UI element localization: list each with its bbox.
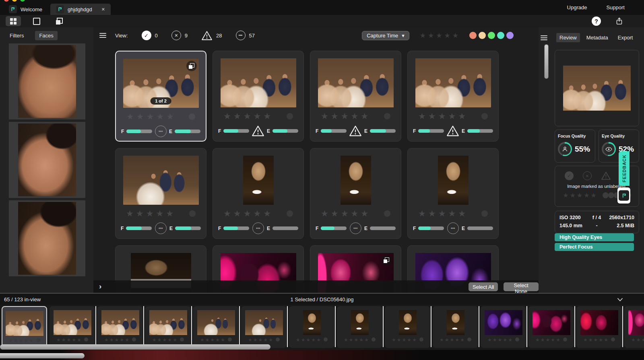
filmstrip-item[interactable]: ★★★★★ — [145, 306, 191, 348]
color-label-dot[interactable] — [132, 337, 136, 341]
filmstrip-item[interactable]: ★★★★★ — [50, 306, 95, 348]
color-label-dot[interactable] — [467, 337, 471, 341]
color-label-dot[interactable] — [481, 113, 488, 119]
star-filter[interactable]: ★★★★★ — [420, 31, 460, 40]
color-label-dot[interactable] — [563, 337, 567, 341]
color-label-dot[interactable] — [611, 337, 615, 341]
minimize-window-icon[interactable] — [12, 0, 17, 2]
star-rating[interactable]: ★★★★★ — [535, 337, 561, 343]
photo-card[interactable]: 1 of 2★★★★★F•••E — [115, 51, 206, 142]
filmstrip-item[interactable]: ★★★★★ — [193, 306, 239, 348]
filmstrip-item[interactable]: ★★★★★ — [576, 306, 622, 348]
color-label-dot[interactable] — [189, 113, 195, 120]
star-rating[interactable]: ★★★★★ — [248, 337, 274, 343]
support-link[interactable]: Support — [606, 4, 625, 10]
color-label-dot[interactable] — [189, 210, 196, 217]
vertical-scrollbar[interactable] — [544, 44, 549, 79]
color-label-dot[interactable] — [608, 192, 614, 198]
color-label-dot[interactable] — [324, 337, 328, 341]
color-label-dot[interactable] — [287, 210, 293, 217]
color-label-dot[interactable] — [488, 32, 495, 39]
close-tab-icon[interactable]: ✕ — [101, 7, 105, 12]
filmstrip-item[interactable]: ★★★★★ — [433, 306, 478, 348]
star-rating[interactable]: ★★★★★ — [418, 209, 468, 218]
star-rating[interactable]: ★★★★★ — [296, 337, 322, 343]
photo-image[interactable] — [438, 156, 469, 205]
tab-export[interactable]: Export — [615, 33, 636, 42]
feedback-logo-chip[interactable] — [617, 187, 630, 204]
photo-card[interactable]: ★★★★★F•••E — [310, 148, 401, 239]
photo-image[interactable] — [318, 58, 394, 107]
filmstrip-item[interactable]: ★★★★★ — [528, 306, 574, 348]
photo-image[interactable] — [243, 156, 274, 205]
star-rating[interactable]: ★★★★★ — [583, 337, 609, 343]
star-rating[interactable]: ★★★★★ — [104, 337, 130, 343]
color-label-dot[interactable] — [384, 210, 390, 217]
color-label-dot[interactable] — [419, 337, 423, 341]
filter-rejected[interactable]: ✕ 9 — [171, 31, 188, 40]
color-label-dot[interactable] — [228, 337, 232, 341]
filmstrip-item[interactable]: ★★★★★ — [481, 306, 526, 348]
star-rating[interactable]: ★★★★★ — [223, 111, 273, 121]
color-label-dot[interactable] — [372, 337, 376, 341]
tab-project[interactable]: ghjdghdgd ✕ — [50, 4, 111, 15]
color-label-dot[interactable] — [506, 32, 514, 39]
photo-card[interactable]: ★★★★★FE — [213, 51, 304, 142]
star-rating[interactable]: ★★★★★ — [631, 337, 644, 343]
zoom-window-icon[interactable] — [20, 0, 25, 2]
color-label-dot[interactable] — [287, 113, 293, 119]
more-options-icon[interactable]: ••• — [252, 222, 264, 234]
photo-image[interactable]: 1 of 2 — [123, 59, 199, 108]
photo-card[interactable]: ★★★★★FE — [407, 51, 499, 142]
preview-image[interactable] — [563, 66, 631, 111]
grid-view-button[interactable] — [6, 16, 21, 26]
photo-card[interactable]: ★★★★★F•••E — [115, 148, 206, 239]
color-label-dot[interactable] — [180, 337, 184, 341]
star-rating[interactable]: ★★★★★ — [200, 337, 226, 343]
photo-card[interactable]: ★★★★★F•••E — [407, 148, 499, 239]
star-rating[interactable]: ★★★★★ — [152, 337, 178, 343]
horizontal-scrollbar[interactable] — [0, 344, 270, 350]
chevron-right-icon[interactable]: › — [99, 282, 101, 291]
more-options-icon[interactable]: ••• — [350, 222, 361, 234]
select-none-button[interactable]: Select None — [504, 282, 539, 291]
star-rating[interactable]: ★★★★★ — [392, 337, 417, 343]
close-window-icon[interactable] — [4, 0, 9, 2]
tab-metadata[interactable]: Metadata — [583, 33, 611, 42]
filmstrip-item[interactable]: ★★★★★ — [97, 306, 143, 348]
color-label-dot[interactable] — [603, 192, 609, 198]
feedback-tab[interactable]: FEEDBACK — [619, 151, 630, 186]
face-thumbnail[interactable] — [9, 200, 85, 276]
sidebar-tab-filters[interactable]: Filters — [6, 31, 28, 40]
needs-attention-button[interactable] — [601, 171, 611, 180]
photo-image[interactable] — [221, 58, 296, 107]
more-options-icon[interactable]: ••• — [155, 125, 167, 137]
compare-view-button[interactable] — [53, 16, 65, 26]
photo-image[interactable] — [415, 58, 491, 107]
more-options-icon[interactable]: ••• — [447, 222, 459, 234]
traffic-lights[interactable] — [4, 0, 25, 2]
star-rating[interactable]: ★★★★★ — [321, 209, 371, 218]
color-label-dot[interactable] — [84, 337, 88, 341]
photo-image[interactable] — [341, 156, 371, 205]
color-label-dot[interactable] — [481, 210, 488, 217]
filmstrip-item[interactable]: ★★★★★ — [624, 306, 644, 348]
reject-button[interactable]: ✕ — [583, 171, 592, 180]
color-label-dot[interactable] — [479, 32, 486, 39]
filmstrip-item[interactable]: ★★★★★ — [2, 306, 47, 348]
star-rating[interactable]: ★★★★★ — [487, 337, 513, 343]
panel-menu-icon[interactable] — [541, 35, 547, 40]
star-rating[interactable]: ★★★★★ — [418, 111, 468, 121]
star-rating[interactable]: ★★★★★ — [223, 209, 273, 218]
filter-unlabelled[interactable]: ••• 57 — [236, 31, 255, 40]
star-rating[interactable]: ★★★★★ — [321, 111, 371, 121]
star-rating[interactable]: ★★★★★ — [126, 112, 176, 121]
share-button[interactable] — [615, 16, 624, 26]
menu-icon[interactable] — [99, 33, 106, 38]
color-label-dot[interactable] — [384, 113, 390, 119]
sort-dropdown[interactable]: Capture Time ▾ — [362, 31, 409, 40]
photo-card[interactable]: ★★★★★FE — [310, 51, 401, 142]
color-label-dot[interactable] — [515, 337, 519, 341]
star-rating[interactable]: ★★★★★ — [440, 337, 465, 343]
star-rating[interactable]: ★★★★★ — [56, 337, 82, 343]
